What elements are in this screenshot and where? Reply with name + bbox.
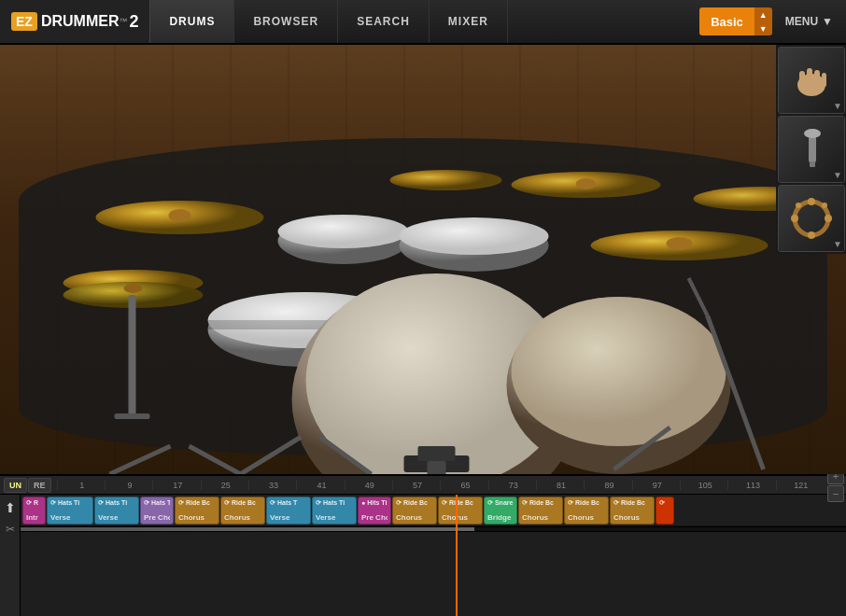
menu-arrow-icon: ▼ <box>822 15 833 28</box>
clip-chorus-1[interactable]: ⟳ Ride Bc Chorus <box>175 497 219 525</box>
drum-kit: ▼ ▼ <box>0 45 846 474</box>
select-tool[interactable]: ⬆ <box>5 500 16 515</box>
clip-bridge-bottom: Bridge <box>487 513 514 522</box>
svg-point-17 <box>278 215 409 248</box>
beat-105: 105 <box>680 481 727 490</box>
clip-v3-top: ⟳ Hats T <box>270 499 307 507</box>
logo-name: DRUMMER <box>41 13 120 30</box>
clip-chorus-6[interactable]: ⟳ Ride Bc Chorus <box>564 497 609 525</box>
timeline-ruler: UN RE 1 9 17 25 33 41 49 57 65 73 81 89 … <box>0 476 846 495</box>
svg-point-8 <box>576 178 597 189</box>
instrument-thumb-1[interactable]: ▼ <box>778 47 845 114</box>
clip-chorus-8[interactable]: ⟳ <box>656 497 674 525</box>
svg-point-48 <box>822 203 827 208</box>
clip-ch2-bottom: Chorus <box>224 513 261 522</box>
header: EZ DRUMMER ™ 2 DRUMS BROWSER SEARCH MIXE… <box>0 0 846 45</box>
clip-ch1-bottom: Chorus <box>178 513 216 522</box>
svg-point-10 <box>390 170 502 190</box>
clip-bridge[interactable]: ⟳ Snare C Bridge <box>484 497 517 525</box>
svg-point-6 <box>667 237 693 250</box>
preset-area: Basic ▲ ▼ <box>699 7 772 35</box>
tab-search[interactable]: SEARCH <box>338 0 430 43</box>
clip-intro-top: ⟳ R <box>26 499 42 507</box>
svg-point-46 <box>808 231 815 239</box>
clip-ch5-top: ⟳ Ride Bc <box>522 499 559 507</box>
preset-name: Basic <box>711 15 743 29</box>
clip-v4-bottom: Verse <box>316 513 353 522</box>
preset-up-arrow[interactable]: ▲ <box>754 7 772 21</box>
menu-button[interactable]: MENU ▼ <box>772 0 846 43</box>
clip-chorus-5[interactable]: ⟳ Ride Bc Chorus <box>518 497 563 525</box>
clip-verse-3[interactable]: ⟳ Hats T Verse <box>266 497 311 525</box>
clip-ch5-bottom: Chorus <box>522 513 559 522</box>
instrument-thumb-3[interactable]: ▼ <box>778 185 845 252</box>
beat-65: 65 <box>440 481 487 490</box>
svg-point-44 <box>808 198 815 205</box>
menu-label: MENU <box>785 15 818 28</box>
timeline: UN RE 1 9 17 25 33 41 49 57 65 73 81 89 … <box>0 474 846 616</box>
beat-41: 41 <box>296 481 344 490</box>
clip-chorus-7[interactable]: ⟳ Ride Bc Chorus <box>610 497 655 525</box>
beat-17: 17 <box>152 481 200 490</box>
svg-rect-15 <box>115 413 150 419</box>
beat-113: 113 <box>727 481 775 490</box>
clip-ch3-top: ⟳ Ride Bc <box>396 499 433 507</box>
beat-9: 9 <box>105 481 152 490</box>
clip-chorus-4[interactable]: ⟳ Ride Bc Chorus <box>438 497 483 525</box>
clip-chorus-2[interactable]: ⟳ Ride Bc Chorus <box>220 497 265 525</box>
beat-97: 97 <box>632 481 680 490</box>
clip-verse-2[interactable]: ⟳ Hats Ti Verse <box>94 497 139 525</box>
scrubber-bar[interactable] <box>21 526 846 532</box>
clip-prechorus-1[interactable]: ⟳ Hats Ti Pre Chor <box>140 497 174 525</box>
tab-mixer[interactable]: MIXER <box>430 0 508 43</box>
svg-point-1 <box>169 209 191 222</box>
logo-version: 2 <box>129 12 138 32</box>
svg-point-23 <box>512 297 726 446</box>
undo-button[interactable]: UN <box>4 478 27 493</box>
tab-browser[interactable]: BROWSER <box>234 0 338 43</box>
clip-prechorus-2[interactable]: ● Hits Ti Pre Cho <box>358 497 391 525</box>
svg-point-19 <box>400 217 549 255</box>
undo-redo-buttons: UN RE <box>0 478 55 493</box>
tab-drums[interactable]: DRUMS <box>150 0 234 43</box>
redo-button[interactable]: RE <box>28 478 51 493</box>
thumb-3-arrow: ▼ <box>833 239 842 249</box>
clip-pc1-bottom: Pre Chor <box>144 513 170 522</box>
svg-rect-14 <box>129 295 136 416</box>
beat-25: 25 <box>201 481 248 490</box>
clip-chorus-3[interactable]: ⟳ Ride Bc Chorus <box>392 497 437 525</box>
preset-arrows: ▲ ▼ <box>754 7 772 35</box>
clip-intro[interactable]: ⟳ R Intr <box>22 497 46 525</box>
preset-selector[interactable]: Basic <box>699 7 754 35</box>
cut-tool[interactable]: ✂ <box>6 523 15 536</box>
clip-ch4-bottom: Chorus <box>442 513 479 522</box>
instrument-thumb-2[interactable]: ▼ <box>778 116 845 183</box>
clip-ch7-bottom: Chorus <box>613 513 651 522</box>
beat-57: 57 <box>392 481 440 490</box>
clip-bridge-top: ⟳ Snare C <box>487 499 514 507</box>
thumb-1-arrow: ▼ <box>833 101 842 111</box>
clip-ch3-bottom: Chorus <box>396 513 433 522</box>
clip-ch2-top: ⟳ Ride Bc <box>224 499 261 507</box>
svg-point-4 <box>124 284 143 293</box>
clip-v1-bottom: Verse <box>50 513 90 522</box>
logo-ez: EZ <box>11 12 37 31</box>
logo: EZ DRUMMER ™ 2 <box>0 0 150 43</box>
clip-verse-1[interactable]: ⟳ Hats Ti Verse <box>47 497 93 525</box>
svg-rect-35 <box>799 71 805 88</box>
preset-down-arrow[interactable]: ▼ <box>754 21 772 35</box>
beat-121: 121 <box>776 481 824 490</box>
clip-pc1-top: ⟳ Hats Ti <box>144 499 170 507</box>
beat-33: 33 <box>248 481 296 490</box>
beat-1: 1 <box>57 481 105 490</box>
clip-v3-bottom: Verse <box>270 513 307 522</box>
svg-rect-41 <box>810 161 815 167</box>
clip-verse-4[interactable]: ⟳ Hats Ti Verse <box>312 497 357 525</box>
track-area: ⬆ ✂ ⟳ R Intr ⟳ Hats Ti Verse ⟳ <box>0 495 846 616</box>
svg-line-29 <box>241 437 302 474</box>
clip-v2-bottom: Verse <box>98 513 135 522</box>
logo-trademark: ™ <box>119 17 127 26</box>
beat-49: 49 <box>345 481 392 490</box>
svg-rect-25 <box>418 446 456 461</box>
scrubber-fill <box>21 527 474 531</box>
